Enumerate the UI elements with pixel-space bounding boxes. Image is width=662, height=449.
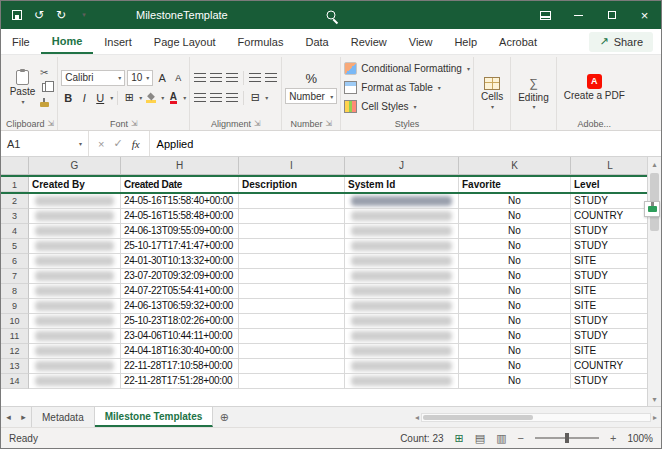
cell-system-id[interactable] bbox=[345, 224, 459, 239]
cell-level[interactable]: COUNTRY bbox=[571, 209, 647, 224]
align-bottom-button[interactable] bbox=[225, 70, 239, 86]
cell-created-date[interactable]: 24-05-16T15:58:40+00:00 bbox=[121, 194, 239, 209]
column-header-g[interactable]: G bbox=[29, 157, 121, 174]
tab-file[interactable]: File bbox=[1, 29, 41, 54]
cell-created-date[interactable]: 22-11-28T17:51:28+00:00 bbox=[121, 374, 239, 389]
cell-favorite[interactable]: No bbox=[459, 314, 571, 329]
cell-description[interactable] bbox=[239, 344, 345, 359]
column-header-h[interactable]: H bbox=[121, 157, 239, 174]
select-all-corner[interactable] bbox=[1, 157, 29, 174]
scroll-up-icon[interactable]: ▴ bbox=[652, 157, 656, 171]
tab-formulas[interactable]: Formulas bbox=[227, 29, 295, 54]
cell-system-id[interactable] bbox=[345, 359, 459, 374]
insert-function-icon[interactable]: fx bbox=[132, 138, 140, 150]
cell-system-id[interactable] bbox=[345, 284, 459, 299]
cell-favorite[interactable]: No bbox=[459, 284, 571, 299]
cell-styles-button[interactable]: Cell Styles▾ bbox=[344, 98, 470, 115]
search-icon[interactable] bbox=[327, 11, 336, 20]
cell-level[interactable]: STUDY bbox=[571, 314, 647, 329]
tab-review[interactable]: Review bbox=[340, 29, 398, 54]
formula-input[interactable]: Applied bbox=[150, 131, 661, 156]
cell-level[interactable]: STUDY bbox=[571, 374, 647, 389]
horizontal-scrollbar[interactable]: ◂ ▸ bbox=[411, 407, 661, 427]
qat-customize-icon[interactable]: ▾ bbox=[78, 11, 90, 19]
cell-created-by[interactable] bbox=[29, 314, 121, 329]
cell-favorite[interactable]: No bbox=[459, 224, 571, 239]
zoom-level[interactable]: 100% bbox=[627, 433, 653, 444]
cell-level[interactable]: STUDY bbox=[571, 239, 647, 254]
page-break-view-icon[interactable]: ▥ bbox=[496, 432, 506, 445]
name-box[interactable]: A1 ▾ bbox=[1, 131, 89, 156]
shrink-font-button[interactable]: A bbox=[171, 70, 185, 86]
hscroll-left-icon[interactable]: ◂ bbox=[415, 413, 419, 422]
number-dialog-launcher-icon[interactable]: ⇲ bbox=[325, 119, 332, 128]
row-header[interactable]: 2 bbox=[1, 194, 29, 209]
cell-description[interactable] bbox=[239, 269, 345, 284]
row-header[interactable]: 3 bbox=[1, 209, 29, 224]
align-center-button[interactable] bbox=[209, 90, 223, 106]
grow-font-button[interactable]: A bbox=[155, 70, 169, 86]
cell-description[interactable] bbox=[239, 374, 345, 389]
cell-favorite[interactable]: No bbox=[459, 344, 571, 359]
zoom-slider-thumb[interactable] bbox=[565, 433, 569, 443]
cell-level[interactable]: STUDY bbox=[571, 269, 647, 284]
row-header[interactable]: 6 bbox=[1, 254, 29, 269]
borders-button[interactable]: ⊞ bbox=[122, 90, 136, 106]
cell-system-id[interactable] bbox=[345, 194, 459, 209]
cell-created-by[interactable] bbox=[29, 239, 121, 254]
cell-created-date[interactable]: 24-07-22T05:54:41+00:00 bbox=[121, 284, 239, 299]
row-header[interactable]: 13 bbox=[1, 359, 29, 374]
font-size-select[interactable]: 10▾ bbox=[127, 70, 153, 86]
header-cell[interactable]: System Id bbox=[345, 177, 459, 192]
merge-center-button[interactable]: ⊟ bbox=[248, 90, 262, 106]
hscroll-right-icon[interactable]: ▸ bbox=[653, 413, 657, 422]
cell-description[interactable] bbox=[239, 359, 345, 374]
cell-created-by[interactable] bbox=[29, 299, 121, 314]
tab-home[interactable]: Home bbox=[41, 29, 94, 54]
page-layout-view-icon[interactable]: ▤ bbox=[475, 432, 485, 445]
copy-button[interactable] bbox=[40, 82, 49, 94]
editing-button[interactable]: ∑ Editing ▾ bbox=[514, 58, 553, 130]
cell-favorite[interactable]: No bbox=[459, 254, 571, 269]
header-cell[interactable]: Level bbox=[571, 177, 647, 192]
cell-created-date[interactable]: 25-10-17T17:41:47+00:00 bbox=[121, 239, 239, 254]
ribbon-display-options-icon[interactable] bbox=[529, 1, 562, 29]
cut-button[interactable]: ✂ bbox=[40, 67, 49, 79]
sheet-tab-milestone-templates[interactable]: Milestone Templates bbox=[95, 407, 214, 427]
cell-favorite[interactable]: No bbox=[459, 374, 571, 389]
cell-favorite[interactable]: No bbox=[459, 209, 571, 224]
format-painter-button[interactable] bbox=[40, 97, 49, 109]
orientation-button[interactable] bbox=[248, 70, 262, 86]
cell-created-date[interactable]: 23-04-06T10:44:11+00:00 bbox=[121, 329, 239, 344]
tab-insert[interactable]: Insert bbox=[93, 29, 143, 54]
cell-favorite[interactable]: No bbox=[459, 269, 571, 284]
font-name-select[interactable]: Calibri▾ bbox=[61, 70, 125, 86]
cell-system-id[interactable] bbox=[345, 329, 459, 344]
percent-style-button[interactable]: % bbox=[306, 71, 318, 87]
column-header-i[interactable]: I bbox=[239, 157, 345, 174]
align-right-button[interactable] bbox=[225, 90, 239, 106]
minimize-icon[interactable] bbox=[562, 1, 595, 29]
align-middle-button[interactable] bbox=[209, 70, 223, 86]
cell-system-id[interactable] bbox=[345, 299, 459, 314]
cell-level[interactable]: COUNTRY bbox=[571, 359, 647, 374]
cells-button[interactable]: Cells ▾ bbox=[477, 58, 507, 130]
cell-level[interactable]: SITE bbox=[571, 284, 647, 299]
italic-button[interactable]: I bbox=[77, 90, 91, 106]
clipboard-dialog-launcher-icon[interactable]: ⇲ bbox=[48, 119, 55, 128]
cell-description[interactable] bbox=[239, 209, 345, 224]
cell-created-date[interactable]: 24-01-30T10:13:32+00:00 bbox=[121, 254, 239, 269]
close-icon[interactable]: × bbox=[628, 1, 661, 29]
undo-icon[interactable]: ↺ bbox=[33, 8, 45, 22]
cell-system-id[interactable] bbox=[345, 269, 459, 284]
header-cell[interactable]: Favorite bbox=[459, 177, 571, 192]
cell-description[interactable] bbox=[239, 299, 345, 314]
cell-favorite[interactable]: No bbox=[459, 239, 571, 254]
bold-button[interactable]: B bbox=[61, 90, 75, 106]
formatting-options-smart-tag[interactable] bbox=[644, 201, 660, 217]
cell-created-date[interactable]: 25-10-23T18:02:26+00:00 bbox=[121, 314, 239, 329]
redo-icon[interactable]: ↻ bbox=[55, 8, 67, 22]
cell-level[interactable]: STUDY bbox=[571, 194, 647, 209]
save-icon[interactable] bbox=[11, 10, 23, 20]
cell-description[interactable] bbox=[239, 329, 345, 344]
